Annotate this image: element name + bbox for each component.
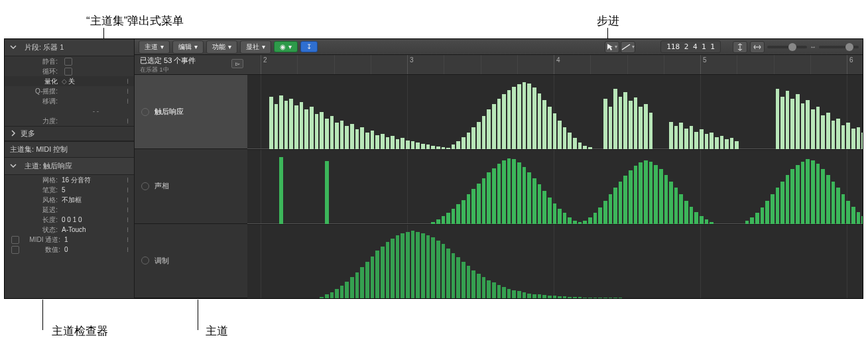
step-event[interactable] [426, 235, 430, 298]
step-event[interactable] [603, 201, 607, 224]
step-event[interactable] [325, 119, 329, 149]
step-event[interactable] [720, 136, 724, 149]
step-event[interactable] [532, 87, 536, 149]
stepper-icon[interactable]: ⁞ [125, 78, 130, 85]
vertical-zoom-slider[interactable] [767, 46, 807, 48]
step-event[interactable] [467, 266, 471, 298]
step-event[interactable] [436, 146, 440, 149]
step-event[interactable] [294, 105, 298, 149]
step-event[interactable] [471, 270, 475, 298]
step-event[interactable] [527, 294, 531, 298]
step-event[interactable] [609, 298, 613, 298]
step-event[interactable] [776, 89, 780, 149]
stepper-icon[interactable]: ⁞ [125, 216, 130, 223]
catch-playhead-button[interactable]: ▻ [231, 59, 243, 68]
position-display[interactable]: 118 2 4 1 1 [660, 40, 721, 53]
step-event[interactable] [446, 148, 450, 149]
laneset-popup[interactable]: 主道集: MIDI 控制 [5, 141, 134, 158]
step-event[interactable] [603, 99, 607, 149]
step-event[interactable] [517, 162, 521, 224]
step-event[interactable] [310, 107, 314, 149]
vertical-zoom-fit-button[interactable] [733, 41, 747, 53]
step-event[interactable] [841, 194, 845, 224]
step-event[interactable] [507, 90, 511, 149]
step-event[interactable] [836, 188, 840, 224]
mute-checkbox[interactable] [64, 58, 72, 66]
step-event[interactable] [857, 127, 861, 149]
step-event[interactable] [456, 141, 460, 149]
step-event[interactable] [730, 138, 734, 149]
step-event[interactable] [841, 125, 845, 149]
step-event[interactable] [426, 144, 430, 149]
view-menu-button[interactable]: 显社▾ [240, 40, 271, 54]
step-event[interactable] [710, 222, 713, 224]
edit-menu-button[interactable]: 编辑▾ [172, 40, 204, 54]
step-event[interactable] [644, 104, 648, 149]
stepper-icon[interactable]: ⁞ [125, 196, 130, 203]
step-event[interactable] [502, 160, 506, 224]
step-event[interactable] [548, 198, 552, 224]
style-value[interactable]: 不加框 [62, 196, 125, 205]
step-event[interactable] [492, 168, 496, 224]
step-event[interactable] [761, 207, 765, 224]
midich-row[interactable]: MIDI 通道:1⁞ [5, 235, 134, 245]
step-event[interactable] [649, 113, 653, 149]
step-event[interactable] [684, 129, 688, 149]
step-event[interactable] [694, 212, 698, 224]
step-event[interactable] [416, 232, 420, 298]
step-event[interactable] [573, 221, 577, 224]
step-event[interactable] [801, 103, 805, 149]
step-event[interactable] [517, 291, 521, 298]
step-event[interactable] [421, 144, 425, 149]
step-event[interactable] [629, 170, 633, 224]
step-event[interactable] [583, 298, 587, 298]
step-event[interactable] [674, 188, 678, 224]
step-event[interactable] [710, 133, 713, 149]
stepper-icon[interactable]: ⁞ [125, 97, 130, 105]
step-event[interactable] [583, 146, 587, 149]
step-event[interactable] [406, 141, 410, 149]
step-event[interactable] [462, 262, 465, 298]
step-event[interactable] [456, 204, 460, 224]
step-event[interactable] [538, 294, 542, 298]
step-event[interactable] [578, 222, 582, 224]
style-row[interactable]: 风格:不加框⁞ [5, 195, 134, 205]
step-event[interactable] [421, 233, 425, 298]
step-event[interactable] [811, 160, 815, 224]
step-event[interactable] [826, 175, 830, 224]
step-event[interactable] [588, 147, 592, 149]
step-event[interactable] [750, 217, 754, 224]
step-event[interactable] [446, 213, 450, 224]
step-event[interactable] [705, 219, 709, 224]
step-event[interactable] [629, 101, 633, 149]
lane-row[interactable] [247, 150, 863, 225]
step-event[interactable] [482, 178, 486, 224]
step-event[interactable] [603, 298, 607, 298]
step-event[interactable] [325, 294, 329, 298]
step-event[interactable] [527, 172, 531, 224]
stepper-icon[interactable]: ⁞ [125, 186, 130, 194]
grid-value[interactable]: 16 分音符 [62, 176, 125, 185]
step-event[interactable] [467, 194, 471, 224]
step-event[interactable] [487, 109, 491, 149]
step-event[interactable] [325, 161, 329, 224]
step-event[interactable] [634, 97, 638, 149]
midich-checkbox[interactable] [11, 236, 19, 244]
step-event[interactable] [619, 97, 623, 149]
stepper-icon[interactable]: ⁞ [125, 206, 130, 213]
step-event[interactable] [573, 297, 577, 298]
step-event[interactable] [684, 201, 688, 224]
step-event[interactable] [821, 169, 825, 224]
step-event[interactable] [452, 253, 456, 298]
step-event[interactable] [573, 138, 577, 149]
step-event[interactable] [790, 169, 794, 224]
step-event[interactable] [806, 159, 810, 224]
step-event[interactable] [583, 221, 587, 224]
step-event[interactable] [745, 221, 749, 224]
mute-row[interactable]: 静音: [5, 56, 134, 66]
step-event[interactable] [452, 209, 456, 224]
step-event[interactable] [401, 233, 404, 298]
step-event[interactable] [588, 217, 592, 224]
step-event[interactable] [335, 289, 339, 298]
step-event[interactable] [330, 116, 334, 149]
